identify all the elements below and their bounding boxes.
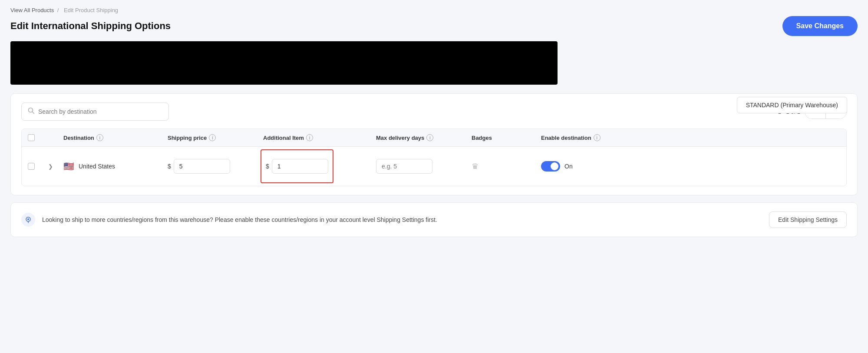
location-pin-icon <box>25 216 32 223</box>
row-additional-item-cell: $ <box>260 153 373 180</box>
th-checkbox <box>22 134 41 141</box>
search-box <box>21 102 169 121</box>
edit-shipping-settings-button[interactable]: Edit Shipping Settings <box>769 211 847 228</box>
breadcrumb-current: Edit Product Shipping <box>64 7 118 13</box>
row-checkbox[interactable] <box>28 163 35 170</box>
breadcrumb-separator: / <box>57 7 59 13</box>
table-header: Destination i Shipping price i Additiona… <box>22 129 846 147</box>
enable-destination-info-icon[interactable]: i <box>594 134 601 141</box>
row-badges-cell: ♛ <box>468 162 538 171</box>
th-additional-item: Additional Item i <box>260 134 373 141</box>
row-max-days-cell <box>373 159 468 174</box>
additional-item-input[interactable] <box>272 159 328 174</box>
search-icon <box>28 107 35 116</box>
destination-info-icon[interactable]: i <box>96 134 103 141</box>
enable-toggle[interactable] <box>541 161 560 172</box>
th-shipping-price-label: Shipping price <box>168 135 207 141</box>
th-enable-label: Enable destination <box>541 135 591 141</box>
info-banner-icon-circle <box>21 213 35 227</box>
shipping-table: Destination i Shipping price i Additiona… <box>21 129 847 186</box>
info-banner: Looking to ship to more countries/region… <box>10 202 858 237</box>
additional-item-info-icon[interactable]: i <box>306 134 313 141</box>
shipping-price-dollar: $ <box>168 163 171 170</box>
breadcrumb: View All Products / Edit Product Shippin… <box>10 7 858 13</box>
th-badges: Badges <box>468 135 538 141</box>
product-image-banner <box>10 41 558 85</box>
crown-badge-icon: ♛ <box>472 162 479 171</box>
th-enable-destination: Enable destination i <box>538 134 624 141</box>
row-shipping-price-cell: $ <box>164 159 260 174</box>
main-card: 1 - 1 of 1 ← → Desti <box>10 93 858 195</box>
info-banner-left: Looking to ship to more countries/region… <box>21 213 437 227</box>
enable-label: On <box>564 163 573 170</box>
th-shipping-price: Shipping price i <box>164 134 260 141</box>
th-max-delivery-days: Max delivery days i <box>373 134 468 141</box>
additional-item-dollar: $ <box>266 163 269 170</box>
th-badges-label: Badges <box>472 135 492 141</box>
toggle-slider <box>541 161 560 172</box>
search-input[interactable] <box>38 108 162 115</box>
top-section: STANDARD (Primary Warehouse) <box>10 41 858 85</box>
svg-line-1 <box>33 112 34 114</box>
save-button[interactable]: Save Changes <box>782 16 858 36</box>
header-row: Edit International Shipping Options Save… <box>10 16 858 36</box>
shipping-price-info-icon[interactable]: i <box>209 134 216 141</box>
max-delivery-info-icon[interactable]: i <box>426 134 433 141</box>
us-flag-icon: 🇺🇸 <box>63 161 74 172</box>
row-enable-cell: On <box>538 161 624 172</box>
chevron-right-icon: ❯ <box>48 163 53 170</box>
info-banner-text: Looking to ship to more countries/region… <box>42 216 437 223</box>
th-destination: Destination i <box>60 134 164 141</box>
select-all-checkbox[interactable] <box>28 134 35 141</box>
th-max-delivery-label: Max delivery days <box>376 135 424 141</box>
destination-name: United States <box>79 163 115 170</box>
shipping-price-input[interactable] <box>174 159 230 174</box>
svg-point-3 <box>27 218 29 220</box>
th-additional-item-label: Additional Item <box>263 135 304 141</box>
th-destination-label: Destination <box>63 135 94 141</box>
additional-item-highlight: $ <box>261 149 333 183</box>
warehouse-label: STANDARD (Primary Warehouse) <box>737 97 847 113</box>
page-title: Edit International Shipping Options <box>10 20 171 32</box>
row-expand-cell[interactable]: ❯ <box>41 163 60 170</box>
row-checkbox-cell <box>22 163 41 170</box>
row-destination-cell: 🇺🇸 United States <box>60 161 164 172</box>
search-pagination-row: 1 - 1 of 1 ← → <box>21 102 847 121</box>
table-row: ❯ 🇺🇸 United States $ $ <box>22 147 846 186</box>
max-days-input[interactable] <box>376 159 432 174</box>
breadcrumb-link[interactable]: View All Products <box>10 7 54 13</box>
